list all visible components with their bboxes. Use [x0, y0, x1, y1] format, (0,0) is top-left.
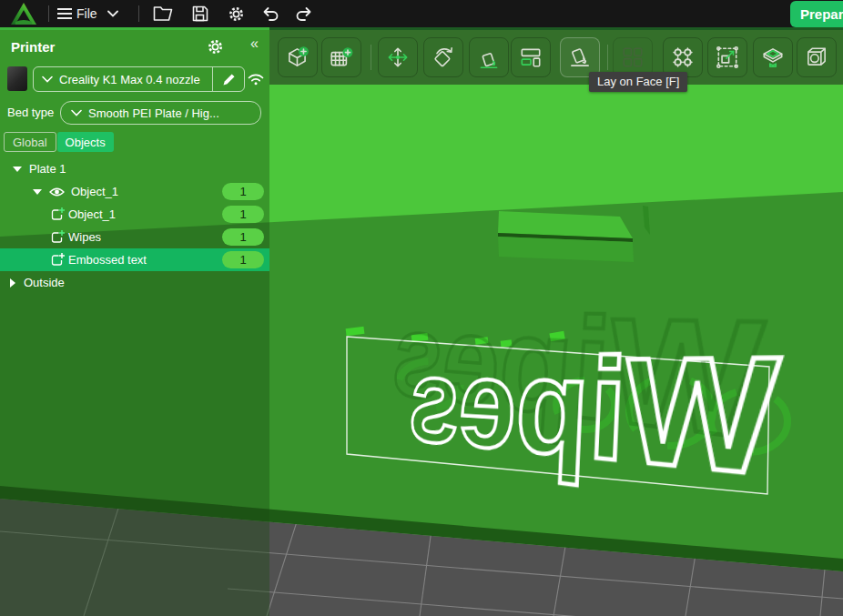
- chevron-down-icon: [71, 109, 82, 116]
- redo-icon[interactable]: [294, 0, 314, 27]
- save-icon[interactable]: [192, 0, 208, 27]
- panel-title: Printer: [11, 39, 55, 55]
- count-badge: 1: [222, 183, 264, 200]
- topbar-divider: [138, 5, 139, 22]
- tree-label: Object_1: [71, 185, 118, 198]
- file-menu[interactable]: File: [76, 0, 97, 27]
- toolbar-divider: [607, 45, 608, 70]
- add-plate-button[interactable]: [321, 37, 361, 77]
- caret-down-icon[interactable]: [13, 166, 22, 173]
- printer-settings-gear-icon[interactable]: [207, 38, 224, 59]
- tree-row-part-object-1[interactable]: Object_1 1: [0, 203, 269, 226]
- tooltip-lay-on-face: Lay on Face [F]: [589, 72, 687, 92]
- tree-row-part-wipes[interactable]: Wipes 1: [0, 226, 269, 248]
- tab-objects[interactable]: Objects: [57, 132, 114, 152]
- tree-label: Plate 1: [29, 162, 66, 176]
- edit-printer-button[interactable]: [212, 67, 244, 91]
- arrange-button[interactable]: [511, 37, 551, 77]
- printer-select[interactable]: Creality K1 Max 0.4 nozzle: [33, 66, 245, 92]
- topbar-divider: [48, 5, 49, 22]
- app-window: Wipes Wipes File: [0, 0, 843, 616]
- toolbar-divider: [371, 45, 371, 70]
- object-tree: Plate 1 Object_1 1 Object_1 1: [0, 157, 269, 294]
- auto-orient-button[interactable]: AUTO: [469, 37, 509, 77]
- rotate-button[interactable]: [423, 37, 463, 77]
- count-badge: 1: [222, 228, 264, 246]
- chevron-down-icon[interactable]: [107, 0, 118, 27]
- move-button[interactable]: [378, 37, 418, 77]
- viewport-toolbar: AUTO: [269, 30, 843, 85]
- printer-name: Creality K1 Max 0.4 nozzle: [59, 73, 200, 86]
- tree-label: Object_1: [68, 207, 116, 221]
- caret-down-icon[interactable]: [33, 188, 42, 196]
- part-icon: [50, 207, 66, 222]
- cut-button[interactable]: [797, 37, 837, 77]
- app-logo-icon: [9, 0, 38, 27]
- scale-button[interactable]: [707, 37, 747, 77]
- printer-panel: Printer « Creality K1 Max 0.4 nozzle: [0, 30, 269, 616]
- tree-label: Wipes: [68, 230, 101, 244]
- count-badge: 1: [222, 251, 264, 268]
- auto-label: AUTO: [479, 45, 498, 54]
- count-badge: 1: [222, 206, 264, 223]
- printer-thumbnail: [7, 66, 27, 91]
- bed-type-value: Smooth PEI Plate / Hig...: [88, 106, 219, 120]
- collapse-panel-icon[interactable]: «: [250, 35, 257, 52]
- pencil-icon: [222, 73, 236, 86]
- bed-type-select[interactable]: Smooth PEI Plate / Hig...: [60, 101, 261, 125]
- printer-selector-row: Creality K1 Max 0.4 nozzle: [0, 66, 269, 92]
- chevron-down-icon: [42, 76, 53, 83]
- bed-type-row: Bed type Smooth PEI Plate / Hig...: [0, 101, 269, 125]
- wifi-icon[interactable]: [246, 70, 266, 90]
- menu-icon[interactable]: [57, 0, 72, 27]
- add-object-button[interactable]: [278, 37, 318, 77]
- tree-row-part-embossed-text[interactable]: Embossed text 1: [0, 248, 269, 271]
- tree-label: Embossed text: [68, 253, 147, 267]
- tab-global[interactable]: Global: [4, 132, 56, 152]
- tree-row-outside[interactable]: Outside: [0, 271, 269, 294]
- bed-type-label: Bed type: [7, 106, 54, 119]
- tree-row-plate-1[interactable]: Plate 1: [0, 157, 269, 180]
- part-icon: [50, 230, 66, 245]
- undo-icon[interactable]: [260, 0, 280, 27]
- topbar-underline-accent: [0, 27, 269, 30]
- tree-row-object-1[interactable]: Object_1 1: [0, 180, 269, 203]
- visibility-eye-icon[interactable]: [49, 187, 65, 197]
- part-icon: [50, 253, 66, 268]
- tree-label: Outside: [24, 276, 65, 289]
- open-file-icon[interactable]: [153, 0, 173, 27]
- prepare-button-label: Prepare: [800, 6, 843, 22]
- support-paint-button[interactable]: [753, 37, 793, 77]
- panel-tabs: Global Objects: [4, 132, 114, 152]
- top-bar: File: [0, 0, 843, 30]
- prepare-button[interactable]: Prepare: [790, 1, 843, 27]
- caret-right-icon[interactable]: [9, 278, 16, 288]
- settings-gear-icon[interactable]: [228, 0, 245, 27]
